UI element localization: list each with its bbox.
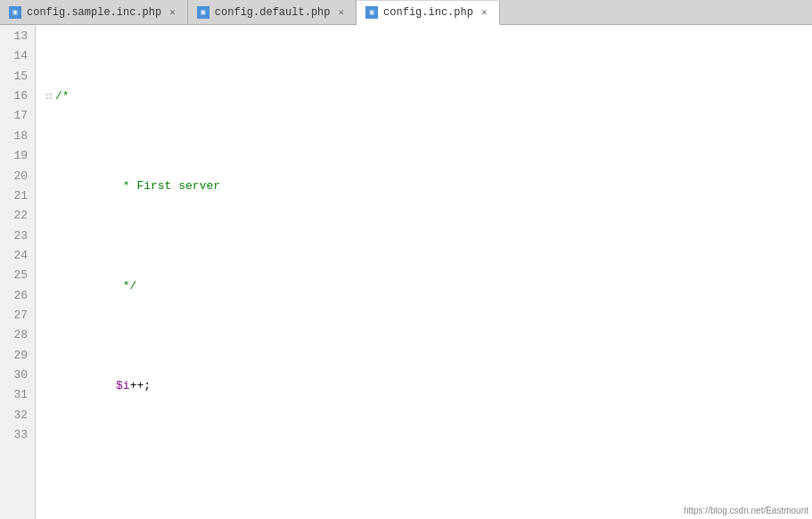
- php-icon-2: ▣: [197, 6, 209, 19]
- code-line-14: * First server: [46, 167, 812, 207]
- tab-bar: ▣ config.sample.inc.php ✕ ▣ config.defau…: [0, 0, 812, 25]
- collapse-marker-13[interactable]: □: [46, 89, 52, 104]
- watermark: https://blog.csdn.net/Eastmount: [684, 506, 808, 515]
- tab-label-3: config.inc.php: [383, 6, 473, 19]
- tab-close-3[interactable]: ✕: [479, 5, 490, 19]
- php-icon-3: ▣: [365, 6, 378, 19]
- php-icon-1: ▣: [9, 6, 21, 19]
- tab-label-2: config.default.php: [215, 6, 331, 19]
- tab-config-default[interactable]: ▣ config.default.php ✕: [188, 0, 357, 24]
- tab-close-2[interactable]: ✕: [335, 5, 347, 19]
- tab-close-1[interactable]: ✕: [167, 5, 178, 19]
- tab-config-inc[interactable]: ▣ config.inc.php ✕: [357, 1, 499, 25]
- code-line-15: */: [46, 267, 812, 307]
- code-line-16: $i++;: [46, 367, 812, 407]
- editor: 13 14 15 16 17 18 19 20 21 22 23 24 25 2…: [0, 25, 812, 519]
- code-line-13: □/*: [46, 86, 812, 107]
- line-numbers: 13 14 15 16 17 18 19 20 21 22 23 24 25 2…: [0, 25, 36, 519]
- code-line-17: [46, 466, 812, 487]
- tab-config-sample[interactable]: ▣ config.sample.inc.php ✕: [0, 0, 188, 24]
- tab-label-1: config.sample.inc.php: [27, 6, 161, 19]
- code-area[interactable]: □/* * First server */ $i++; /* Authentic…: [36, 25, 812, 519]
